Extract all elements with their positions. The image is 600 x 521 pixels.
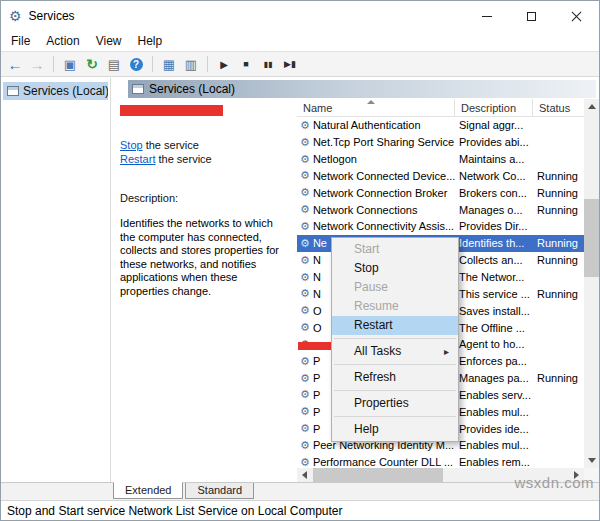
context-menu-refresh[interactable]: Refresh bbox=[332, 368, 458, 387]
service-row[interactable]: ⚙Network ConnectionsManages o...Running bbox=[297, 201, 584, 218]
service-gear-icon: ⚙ bbox=[300, 288, 310, 299]
service-status: Running bbox=[533, 170, 584, 182]
title-bar: ⚙ Services bbox=[1, 1, 599, 31]
menu-separator bbox=[334, 390, 456, 391]
tab-standard[interactable]: Standard bbox=[185, 483, 254, 499]
service-row[interactable]: ⚙Performance Counter DLL ...Enables rem.… bbox=[297, 454, 584, 468]
services-window: ⚙ Services FileActionViewHelp ←→▣↻▤?▦▥▶■… bbox=[0, 0, 600, 521]
toolbar-separator bbox=[53, 56, 54, 72]
tree-item-services-local[interactable]: Services (Local) bbox=[3, 82, 108, 100]
service-gear-icon: ⚙ bbox=[300, 187, 310, 198]
extended-description-pane: Stop the service Restart the service Des… bbox=[112, 99, 297, 482]
context-menu-restart[interactable]: Restart bbox=[332, 316, 458, 335]
service-description: Provides Dir... bbox=[455, 220, 533, 232]
scroll-down-icon bbox=[588, 458, 596, 463]
service-name: Network Connections bbox=[313, 204, 418, 216]
scroll-up-button[interactable] bbox=[584, 99, 599, 114]
stop-service-link[interactable]: Stop bbox=[120, 139, 143, 151]
back-arrow-icon[interactable]: ← bbox=[5, 54, 25, 74]
service-description: Manages pa... bbox=[455, 372, 533, 384]
menu-separator bbox=[334, 416, 456, 417]
service-row[interactable]: ⚙Natural AuthenticationSignal aggr... bbox=[297, 117, 584, 134]
column-header-description[interactable]: Description bbox=[455, 99, 533, 116]
refresh-icon[interactable]: ↻ bbox=[82, 54, 102, 74]
service-row[interactable]: ⚙Network Connectivity Assis...Provides D… bbox=[297, 218, 584, 235]
service-name: N bbox=[313, 254, 321, 266]
pane-header-label: Services (Local) bbox=[149, 82, 235, 96]
console-window-icon[interactable]: ▦ bbox=[159, 54, 179, 74]
service-name: O bbox=[313, 305, 322, 317]
context-menu-stop[interactable]: Stop bbox=[332, 259, 458, 278]
context-menu-properties[interactable]: Properties bbox=[332, 394, 458, 413]
console-tree-panel: Services (Local) bbox=[1, 78, 111, 482]
service-name: Ne bbox=[313, 237, 327, 249]
service-status: Running bbox=[533, 237, 584, 249]
context-menu-resume: Resume bbox=[332, 297, 458, 316]
submenu-arrow-icon: ▸ bbox=[444, 342, 449, 361]
forward-arrow-icon[interactable]: → bbox=[27, 54, 47, 74]
service-row[interactable]: ⚙NetlogonMaintains a... bbox=[297, 151, 584, 168]
list-column-headers: NameDescriptionStatus bbox=[297, 99, 584, 117]
pane-header: Services (Local) bbox=[128, 80, 596, 98]
view-tabs-bar: ExtendedStandard bbox=[1, 482, 599, 500]
service-name: P bbox=[313, 423, 320, 435]
help-icon[interactable]: ? bbox=[126, 54, 146, 74]
close-button[interactable] bbox=[554, 1, 599, 31]
scroll-left-icon bbox=[302, 471, 307, 479]
service-name: Network Connected Device... bbox=[313, 170, 455, 182]
console-window-icon bbox=[7, 86, 19, 96]
column-header-name[interactable]: Name bbox=[297, 99, 455, 116]
context-menu-help[interactable]: Help bbox=[332, 420, 458, 439]
restart-service-icon[interactable]: ▶▮ bbox=[280, 54, 300, 74]
service-row[interactable]: ⚙Network Connected Device...Network Co..… bbox=[297, 168, 584, 185]
service-status: Running bbox=[533, 254, 584, 266]
column-header-status[interactable]: Status bbox=[533, 99, 584, 116]
show-console-tree-icon[interactable]: ▣ bbox=[60, 54, 80, 74]
menu-item-view[interactable]: View bbox=[88, 32, 130, 50]
stop-link-suffix: the service bbox=[143, 139, 199, 151]
service-status: Running bbox=[533, 204, 584, 216]
maximize-button[interactable] bbox=[509, 1, 554, 31]
menu-bar: FileActionViewHelp bbox=[1, 31, 599, 51]
menu-item-file[interactable]: File bbox=[3, 32, 38, 50]
restart-service-link[interactable]: Restart bbox=[120, 153, 155, 165]
service-name: Performance Counter DLL ... bbox=[313, 456, 453, 468]
vertical-scrollbar[interactable] bbox=[584, 99, 599, 468]
scroll-left-button[interactable] bbox=[297, 468, 312, 482]
service-row[interactable]: ⚙Network Connection BrokerBrokers con...… bbox=[297, 184, 584, 201]
sort-ascending-icon bbox=[367, 100, 375, 104]
service-gear-icon: ⚙ bbox=[300, 272, 310, 283]
service-row[interactable]: ⚙Net.Tcp Port Sharing ServiceProvides ab… bbox=[297, 134, 584, 151]
service-gear-icon: ⚙ bbox=[300, 406, 310, 417]
service-name: Network Connectivity Assis... bbox=[313, 220, 454, 232]
status-text: Stop and Start service Network List Serv… bbox=[7, 504, 342, 518]
description-text: Identifies the networks to which the com… bbox=[120, 217, 280, 298]
service-name: Natural Authentication bbox=[313, 119, 421, 131]
service-name: Net.Tcp Port Sharing Service bbox=[313, 136, 454, 148]
service-gear-icon: ⚙ bbox=[300, 322, 310, 333]
vertical-scroll-thumb[interactable] bbox=[584, 199, 599, 277]
menu-item-action[interactable]: Action bbox=[38, 32, 87, 50]
scroll-down-button[interactable] bbox=[584, 453, 599, 468]
service-gear-icon: ⚙ bbox=[300, 204, 310, 215]
minimize-icon bbox=[482, 16, 492, 17]
console-window-icon bbox=[132, 84, 144, 94]
context-menu-all-tasks[interactable]: All Tasks▸ bbox=[332, 342, 458, 361]
service-gear-icon: ⚙ bbox=[300, 238, 310, 249]
tree-item-label: Services (Local) bbox=[23, 84, 108, 98]
export-list-icon[interactable]: ▤ bbox=[104, 54, 124, 74]
start-service-icon[interactable]: ▶ bbox=[214, 54, 234, 74]
properties-table-icon[interactable]: ▥ bbox=[181, 54, 201, 74]
service-description: This service ... bbox=[455, 288, 533, 300]
pause-service-icon[interactable]: ▮▮ bbox=[258, 54, 278, 74]
service-description: The Networ... bbox=[455, 271, 533, 283]
horizontal-scroll-thumb[interactable] bbox=[313, 468, 443, 482]
service-name: N bbox=[313, 288, 321, 300]
service-gear-icon: ⚙ bbox=[300, 137, 310, 148]
menu-item-help[interactable]: Help bbox=[130, 32, 171, 50]
minimize-button[interactable] bbox=[464, 1, 509, 31]
stop-service-icon[interactable]: ■ bbox=[236, 54, 256, 74]
tab-extended[interactable]: Extended bbox=[113, 482, 183, 499]
service-description: Brokers con... bbox=[455, 187, 533, 199]
service-description: Collects an... bbox=[455, 254, 533, 266]
